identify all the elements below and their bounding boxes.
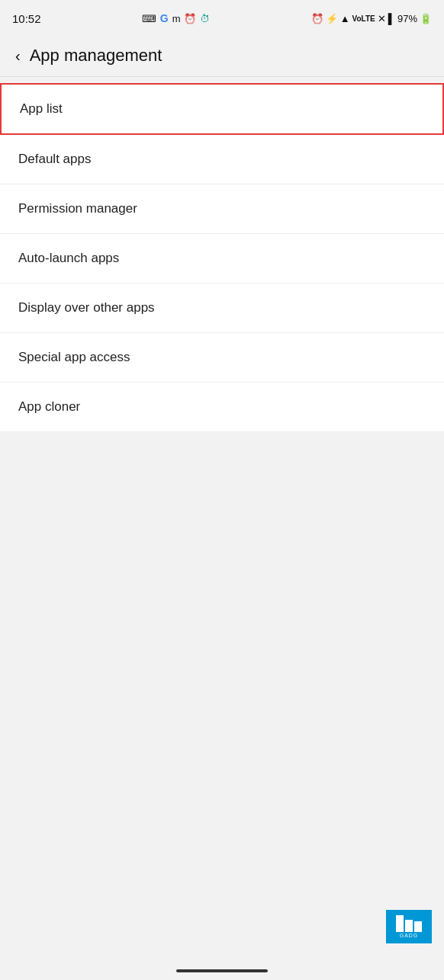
header: ‹ App management: [0, 37, 444, 76]
bluetooth-icon: ⚡: [326, 13, 338, 24]
keyboard-icon: ⌨: [142, 13, 156, 24]
status-center-icons: ⌨ G m ⏰ ⏱: [142, 12, 211, 24]
status-time: 10:52: [12, 12, 41, 25]
battery-percent: 97%: [397, 13, 417, 24]
alarm-teal-icon: ⏱: [200, 13, 210, 24]
back-button[interactable]: ‹: [15, 47, 21, 65]
wm-bar2: [405, 920, 413, 932]
menu-item-app-cloner[interactable]: App cloner: [0, 383, 444, 431]
battery-icon: 🔋: [420, 13, 432, 24]
menu-item-special-app-access[interactable]: Special app access: [0, 333, 444, 383]
menu-item-default-apps[interactable]: Default apps: [0, 135, 444, 184]
status-right-icons: ⏰ ⚡ ▲ VoLTE ✕ ▌ 97% 🔋: [311, 13, 432, 24]
signal-icon: ✕: [378, 13, 386, 24]
wifi-icon: ▲: [340, 13, 350, 24]
alarm-icon: ⏰: [311, 13, 323, 24]
status-bar: 10:52 ⌨ G m ⏰ ⏱ ⏰ ⚡ ▲ VoLTE ✕ ▌ 97% 🔋: [0, 0, 444, 37]
menu-item-permission-manager[interactable]: Permission manager: [0, 184, 444, 234]
watermark-subtext: GADG: [400, 933, 419, 938]
menu-list: App listDefault appsPermission managerAu…: [0, 83, 444, 431]
g-icon: G: [160, 12, 169, 24]
page-title: App management: [30, 46, 162, 66]
menu-item-display-over-other-apps[interactable]: Display over other apps: [0, 283, 444, 333]
watermark-inner: [396, 915, 422, 932]
wm-bar1: [396, 915, 404, 932]
menu-item-app-list[interactable]: App list: [0, 83, 444, 135]
wm-cut: [414, 915, 422, 921]
header-divider: [0, 76, 444, 77]
m-icon: m: [172, 13, 181, 24]
alarm-red-icon: ⏰: [184, 13, 196, 24]
home-indicator: [176, 969, 268, 972]
watermark: GADG: [386, 910, 432, 943]
menu-item-auto-launch-apps[interactable]: Auto-launch apps: [0, 234, 444, 283]
volte-icon: VoLTE: [352, 14, 375, 23]
signal-bars-icon: ▌: [388, 13, 395, 24]
watermark-box: GADG: [386, 910, 432, 943]
wm-bar3-container: [414, 915, 422, 932]
